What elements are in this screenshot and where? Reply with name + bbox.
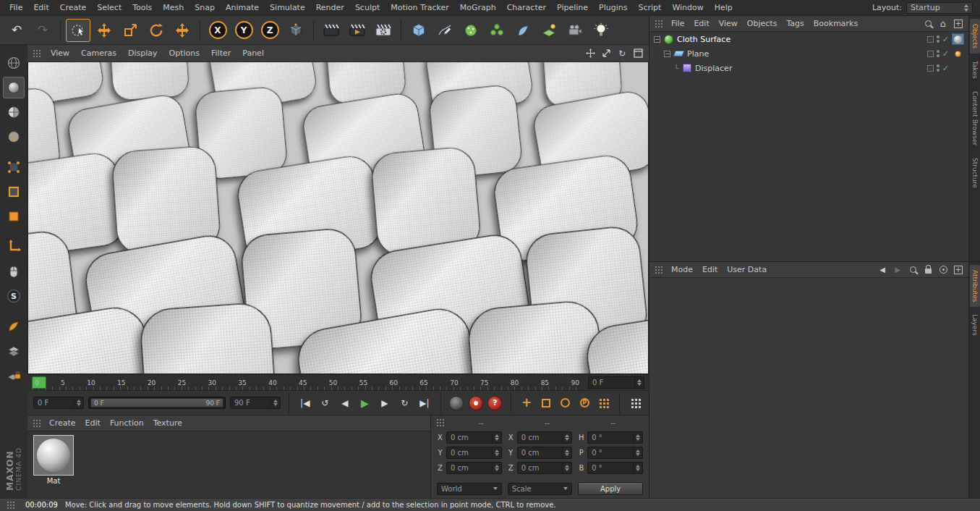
am-menu-mode[interactable]: Mode — [667, 263, 697, 276]
stepper-icon[interactable] — [562, 463, 571, 473]
material-thumbnail[interactable] — [33, 435, 74, 476]
move-tool-button[interactable] — [92, 19, 116, 42]
search-button[interactable] — [923, 19, 933, 29]
add-light-button[interactable] — [589, 19, 613, 42]
add-environment-button[interactable] — [537, 19, 561, 42]
material-item[interactable]: Mat — [33, 435, 74, 485]
lock-y-axis-button[interactable]: Y — [231, 19, 256, 42]
viewport-menu-filter[interactable]: Filter — [206, 47, 236, 59]
stepper-icon[interactable] — [634, 377, 644, 388]
stepper-icon[interactable] — [562, 432, 571, 443]
redo-button[interactable]: ↷ — [30, 19, 55, 42]
stepper-icon[interactable] — [492, 447, 501, 458]
menu-animate[interactable]: Animate — [221, 1, 264, 14]
object-row-displacer[interactable]: └ Displacer ✓ — [649, 61, 968, 75]
menu-create[interactable]: Create — [55, 1, 92, 14]
tab-attributes[interactable]: Attributes — [970, 265, 980, 307]
menu-render[interactable]: Render — [311, 1, 349, 14]
om-menu-view[interactable]: View — [715, 17, 742, 30]
toggle-panel-button[interactable] — [631, 48, 644, 59]
stepper-icon[interactable] — [270, 397, 280, 408]
om-menu-objects[interactable]: Objects — [743, 17, 782, 30]
panel-grip-icon[interactable] — [7, 501, 16, 510]
previous-key-button[interactable]: ↺ — [318, 395, 333, 411]
tab-layers[interactable]: Layers — [970, 309, 980, 341]
size-y-field[interactable]: 0 cm — [517, 447, 573, 459]
timeline-ruler[interactable]: 0 5 10 15 20 25 30 35 40 45 50 55 — [27, 374, 649, 390]
om-menu-bookmarks[interactable]: Bookmarks — [809, 17, 862, 30]
frame-range-slider[interactable]: 0 F 90 F — [88, 397, 226, 409]
history-back-button[interactable]: ◀ — [877, 265, 887, 275]
menu-plugins[interactable]: Plugins — [594, 1, 632, 14]
lock-z-axis-button[interactable]: Z — [257, 19, 282, 42]
rotation-p-field[interactable]: 0 ° — [587, 447, 643, 459]
menu-window[interactable]: Window — [667, 1, 708, 14]
ruler-frame-field[interactable]: 0 F — [588, 376, 644, 389]
record-parameter-toggle[interactable]: P — [577, 394, 592, 412]
size-header[interactable]: -- — [514, 419, 579, 427]
visibility-dots-icon[interactable] — [937, 64, 939, 72]
last-tool-button[interactable] — [170, 19, 195, 42]
home-button[interactable]: ⌂ — [938, 19, 948, 29]
viewport-solo-button[interactable] — [3, 261, 25, 282]
viewport-menu-cameras[interactable]: Cameras — [76, 47, 122, 59]
record-rotation-toggle[interactable] — [558, 394, 573, 412]
menu-mograph[interactable]: MoGraph — [455, 1, 501, 14]
tab-objects[interactable]: Objects — [970, 19, 980, 54]
model-mode-button[interactable] — [3, 77, 25, 98]
collapse-icon[interactable]: − — [654, 36, 660, 43]
add-camera-button[interactable] — [563, 19, 587, 42]
snap-button[interactable]: S — [3, 285, 25, 307]
previous-frame-button[interactable]: ◀ — [337, 395, 353, 411]
visibility-dots-icon[interactable] — [937, 35, 939, 43]
stepper-icon[interactable] — [633, 432, 642, 443]
make-editable-button[interactable] — [3, 52, 25, 74]
space-select[interactable]: World — [437, 483, 502, 495]
layout-select[interactable]: Startup — [906, 2, 973, 14]
stepper-icon[interactable] — [492, 463, 501, 473]
paint-setup-button[interactable] — [3, 316, 25, 337]
next-frame-button[interactable]: ▶ — [377, 395, 393, 411]
add-mograph-button[interactable] — [485, 19, 509, 42]
pan-view-button[interactable] — [584, 48, 597, 59]
record-keyframe-button[interactable] — [449, 394, 464, 412]
panel-grip-icon[interactable] — [33, 49, 42, 58]
live-selection-button[interactable] — [66, 19, 90, 42]
history-forward-button[interactable]: ▶ — [892, 265, 903, 275]
position-header[interactable]: -- — [448, 419, 514, 427]
scale-tool-button[interactable] — [118, 19, 142, 42]
viewport-3d[interactable] — [27, 62, 649, 374]
stepper-icon[interactable] — [633, 447, 642, 458]
goto-start-button[interactable]: |◀ — [297, 395, 313, 411]
points-mode-button[interactable] — [3, 156, 25, 178]
menu-sculpt[interactable]: Sculpt — [350, 1, 385, 14]
om-menu-tags[interactable]: Tags — [782, 17, 808, 30]
menu-help[interactable]: Help — [710, 1, 738, 14]
lock-workplane-button[interactable] — [3, 365, 25, 387]
add-cube-button[interactable] — [406, 19, 431, 42]
lock-x-axis-button[interactable]: X — [205, 19, 230, 42]
autokey-button[interactable] — [468, 394, 483, 412]
collapse-icon[interactable]: − — [664, 51, 670, 57]
next-key-button[interactable]: ↻ — [397, 395, 413, 411]
scale-select[interactable]: Scale — [508, 483, 573, 495]
am-menu-user-data[interactable]: User Data — [723, 263, 771, 276]
lock-button[interactable] — [923, 265, 933, 275]
playback-settings-button[interactable] — [628, 394, 643, 412]
stepper-icon[interactable] — [492, 432, 501, 443]
menu-character[interactable]: Character — [502, 1, 551, 14]
rotate-tool-button[interactable] — [144, 19, 169, 42]
stepper-icon[interactable] — [562, 447, 571, 458]
texture-mode-button[interactable] — [3, 101, 25, 123]
object-tree[interactable]: − Cloth Surface ✓ − — [649, 32, 968, 261]
attribute-content[interactable] — [649, 278, 968, 498]
menu-snap[interactable]: Snap — [189, 1, 220, 14]
tab-content-browser[interactable]: Content Browser — [970, 86, 980, 151]
record-scale-toggle[interactable] — [538, 394, 553, 412]
layer-box-icon[interactable] — [927, 51, 934, 57]
position-x-field[interactable]: 0 cm — [446, 431, 502, 444]
menu-simulate[interactable]: Simulate — [265, 1, 310, 14]
menu-select[interactable]: Select — [92, 1, 127, 14]
stepper-icon[interactable] — [633, 463, 642, 473]
add-deformer-button[interactable] — [511, 19, 535, 42]
